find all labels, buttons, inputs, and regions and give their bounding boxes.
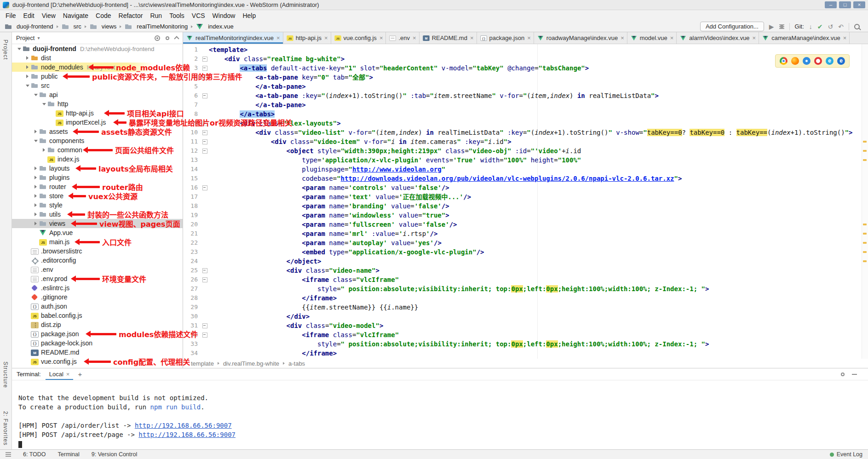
- chrome-browser-icon[interactable]: [780, 57, 788, 65]
- close-icon[interactable]: ×: [379, 34, 383, 41]
- breadcrumb-item[interactable]: div.realTime.bg-white: [222, 360, 281, 367]
- fold-icon[interactable]: [201, 91, 209, 100]
- warning-stripe-icon[interactable]: [863, 233, 867, 235]
- fold-icon[interactable]: [201, 119, 209, 128]
- chevron-right-icon[interactable]: [32, 222, 39, 225]
- editor-tab[interactable]: realTimeMonitoring\index.vue×: [183, 32, 283, 44]
- tree-item[interactable]: style: [12, 201, 183, 210]
- close-button[interactable]: ×: [853, 1, 865, 8]
- editor-tab[interactable]: package.json×: [477, 32, 534, 44]
- breadcrumb-item[interactable]: duoji-frontend: [4, 23, 54, 30]
- chevron-right-icon[interactable]: [32, 212, 39, 216]
- warning-stripe-icon[interactable]: [863, 224, 867, 225]
- tree-item[interactable]: index.js: [12, 155, 183, 164]
- editor-tab[interactable]: alarmVideos\index.vue×: [677, 32, 759, 44]
- tree-item[interactable]: README.md: [12, 348, 183, 357]
- chevron-right-icon[interactable]: [32, 130, 39, 133]
- debug-button[interactable]: [779, 23, 784, 29]
- close-icon[interactable]: ×: [66, 371, 70, 378]
- terminal-output[interactable]: Note that the development build is not o…: [12, 380, 868, 448]
- chevron-down-icon[interactable]: [32, 140, 39, 142]
- tree-item[interactable]: src: [12, 81, 183, 90]
- new-terminal-button[interactable]: +: [78, 370, 82, 378]
- tree-item[interactable]: main.js: [12, 237, 183, 247]
- chevron-down-icon[interactable]: [40, 103, 47, 105]
- tree-item[interactable]: .env: [12, 265, 183, 274]
- tree-item[interactable]: .gitignore: [12, 293, 183, 302]
- tree-item[interactable]: babel.config.js: [12, 311, 183, 320]
- breadcrumb-item[interactable]: index.vue: [195, 23, 235, 30]
- project-panel-title[interactable]: Project: [16, 34, 34, 41]
- tree-item[interactable]: assets: [12, 127, 183, 136]
- close-icon[interactable]: ×: [670, 34, 674, 41]
- close-icon[interactable]: ×: [621, 34, 624, 41]
- tree-item[interactable]: dist: [12, 53, 183, 63]
- chevron-right-icon[interactable]: [32, 185, 39, 189]
- run-button[interactable]: ▶: [769, 23, 774, 30]
- code-editor[interactable]: 1<template>2 <div class="realTime bg-whi…: [183, 44, 862, 359]
- tree-item[interactable]: api: [12, 90, 183, 99]
- vcs-commit-button[interactable]: ✔: [817, 23, 823, 30]
- vcs-rollback-button[interactable]: ↶: [838, 23, 844, 30]
- add-configuration-button[interactable]: Add Configuration...: [700, 22, 764, 31]
- tree-item[interactable]: .eslintrc.js: [12, 283, 183, 293]
- tree-item[interactable]: http-api.js: [12, 109, 183, 118]
- menu-item-tools[interactable]: Tools: [166, 11, 188, 20]
- terminal-settings-icon[interactable]: [841, 373, 845, 376]
- tree-item[interactable]: .browserslistrc: [12, 247, 183, 256]
- tree-item[interactable]: .editorconfig: [12, 256, 183, 265]
- opera-browser-icon[interactable]: [814, 57, 822, 65]
- menu-item-navigate[interactable]: Navigate: [59, 11, 92, 20]
- menu-item-help[interactable]: Help: [239, 11, 259, 20]
- fold-icon[interactable]: [201, 183, 209, 192]
- tree-item[interactable]: App.vue: [12, 228, 183, 237]
- fold-icon[interactable]: [201, 63, 209, 73]
- chevron-down-icon[interactable]: ▾: [37, 35, 40, 40]
- collapse-all-icon[interactable]: [174, 36, 179, 41]
- vcs-history-button[interactable]: ↺: [828, 23, 834, 30]
- tree-item[interactable]: package.json: [12, 329, 183, 339]
- fold-icon[interactable]: [201, 330, 209, 339]
- close-icon[interactable]: ×: [753, 34, 756, 41]
- warning-stripe-icon[interactable]: [863, 242, 867, 244]
- editor-tab[interactable]: README.md×: [420, 32, 477, 44]
- chevron-down-icon[interactable]: [16, 48, 23, 50]
- warning-stripe-icon[interactable]: [863, 150, 867, 152]
- menu-item-vcs[interactable]: VCS: [188, 11, 209, 20]
- tree-item[interactable]: http: [12, 99, 183, 109]
- terminal-link[interactable]: http://192.168.66.56:9007: [135, 422, 232, 429]
- chevron-right-icon[interactable]: [32, 166, 39, 170]
- tree-item[interactable]: package-lock.json: [12, 339, 183, 348]
- menu-item-file[interactable]: File: [2, 11, 20, 20]
- warning-stripe-icon[interactable]: [863, 251, 867, 253]
- editor-tab[interactable]: .env×: [386, 32, 419, 44]
- tree-item[interactable]: vue.config.js: [12, 357, 183, 366]
- gear-icon[interactable]: [166, 36, 169, 40]
- tree-item[interactable]: dist.zip: [12, 320, 183, 329]
- tree-item[interactable]: node_moduleslibrary root: [12, 63, 183, 72]
- menu-item-run[interactable]: Run: [146, 11, 166, 20]
- tree-item[interactable]: components: [12, 136, 183, 145]
- close-icon[interactable]: ×: [470, 34, 474, 41]
- editor-scrollbar[interactable]: [862, 44, 868, 359]
- edge-browser-icon[interactable]: [837, 57, 845, 65]
- breadcrumb-item[interactable]: template: [190, 360, 215, 367]
- vcs-update-button[interactable]: ↓: [809, 23, 812, 30]
- terminal-tab-local[interactable]: Local ×: [46, 368, 74, 380]
- editor-tab[interactable]: model.vue×: [627, 32, 677, 44]
- chevron-right-icon[interactable]: [24, 65, 31, 69]
- close-icon[interactable]: ×: [413, 34, 416, 41]
- fold-icon[interactable]: [201, 137, 209, 146]
- breadcrumb-item[interactable]: realTimeMonitoring: [124, 23, 189, 30]
- fold-icon[interactable]: [201, 321, 209, 330]
- fold-icon[interactable]: [201, 128, 209, 137]
- breadcrumb-item[interactable]: a-tabs: [287, 360, 306, 367]
- fold-icon[interactable]: [201, 266, 209, 275]
- tree-item[interactable]: router: [12, 182, 183, 191]
- chevron-right-icon[interactable]: [24, 56, 31, 60]
- chevron-right-icon[interactable]: [24, 75, 31, 78]
- menu-item-code[interactable]: Code: [92, 11, 115, 20]
- warning-stripe-icon[interactable]: [863, 141, 867, 143]
- minimize-button[interactable]: –: [825, 1, 837, 8]
- tree-item[interactable]: importExcel.js: [12, 118, 183, 127]
